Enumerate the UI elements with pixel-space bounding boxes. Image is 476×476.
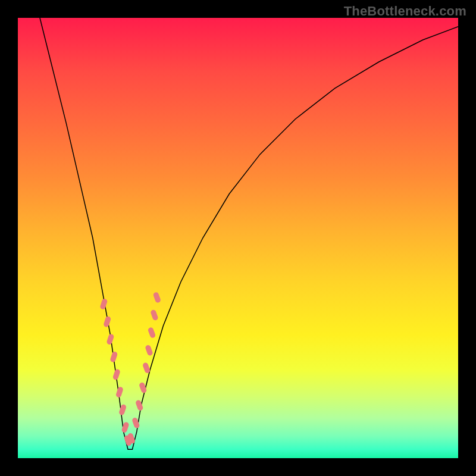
- bead: [148, 327, 156, 339]
- bottleneck-curve: [40, 18, 458, 449]
- bead: [106, 333, 114, 345]
- chart-stage: TheBottleneck.com: [0, 0, 476, 476]
- curve-layer: [18, 18, 458, 458]
- bead-overlay: [99, 292, 161, 446]
- bead: [145, 345, 154, 356]
- watermark-label: TheBottleneck.com: [344, 4, 466, 19]
- bead: [150, 309, 159, 321]
- bead: [115, 386, 124, 398]
- bead: [103, 316, 111, 328]
- bead: [99, 298, 108, 310]
- plot-area: [18, 18, 458, 458]
- bead: [112, 368, 121, 380]
- bead: [109, 351, 118, 363]
- bead: [118, 404, 127, 416]
- bead: [152, 292, 161, 303]
